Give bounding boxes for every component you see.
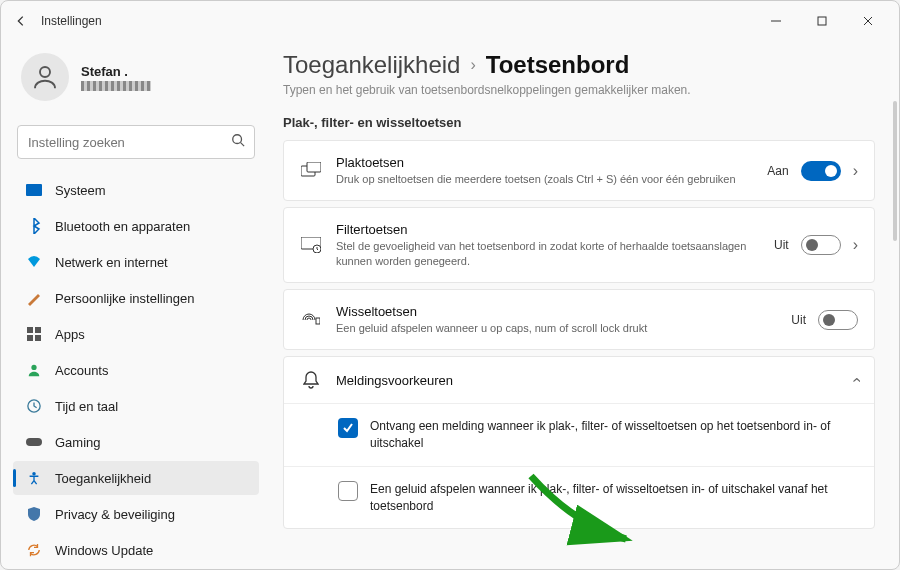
toggle-keys-icon [300, 312, 322, 328]
filter-keys-toggle[interactable] [801, 235, 841, 255]
sidebar-item-time[interactable]: Tijd en taal [13, 389, 259, 423]
filter-keys-sub: Stel de gevoeligheid van het toetsenbord… [336, 239, 760, 268]
pref-notify-row: Ontvang een melding wanneer ik plak-, fi… [284, 403, 874, 466]
profile-email-redacted [81, 81, 151, 91]
accounts-icon [25, 361, 43, 379]
maximize-button[interactable] [799, 5, 845, 37]
page-description-truncated: Typen en het gebruik van toetsenbordsnel… [283, 83, 875, 97]
pref-notify-label: Ontvang een melding wanneer ik plak-, fi… [370, 418, 858, 452]
bluetooth-icon [25, 217, 43, 235]
chevron-right-icon: › [853, 162, 858, 180]
svg-rect-9 [35, 335, 41, 341]
sidebar-item-personalization[interactable]: Persoonlijke instellingen [13, 281, 259, 315]
search-icon [231, 133, 245, 151]
privacy-icon [25, 505, 43, 523]
scrollbar[interactable] [893, 101, 897, 241]
update-icon [25, 541, 43, 559]
breadcrumb-parent[interactable]: Toegankelijkheid [283, 51, 460, 79]
pref-notify-checkbox[interactable] [338, 418, 358, 438]
sticky-keys-icon [300, 162, 322, 180]
arrow-left-icon [14, 14, 28, 28]
chevron-right-icon: › [853, 236, 858, 254]
filter-keys-title: Filtertoetsen [336, 222, 760, 237]
search-box [17, 125, 255, 159]
sidebar-item-bluetooth[interactable]: Bluetooth en apparaten [13, 209, 259, 243]
svg-point-13 [32, 472, 36, 476]
pref-sound-checkbox[interactable] [338, 481, 358, 501]
sidebar-item-system[interactable]: Systeem [13, 173, 259, 207]
toggle-keys-toggle[interactable] [818, 310, 858, 330]
window-title: Instellingen [41, 14, 102, 28]
sidebar-item-update[interactable]: Windows Update [13, 533, 259, 567]
gaming-icon [25, 433, 43, 451]
svg-rect-1 [818, 17, 826, 25]
check-icon [342, 422, 354, 434]
svg-point-3 [233, 135, 242, 144]
page-title: Toetsenbord [486, 51, 630, 79]
pref-sound-row: Een geluid afspelen wanneer ik plak-, fi… [284, 466, 874, 529]
sidebar-item-accessibility[interactable]: Toegankelijkheid [13, 461, 259, 495]
sticky-keys-state: Aan [767, 164, 788, 178]
toggle-keys-sub: Een geluid afspelen wanneer u op caps, n… [336, 321, 777, 335]
chevron-up-icon: › [846, 378, 864, 383]
sticky-keys-toggle[interactable] [801, 161, 841, 181]
sidebar-item-privacy[interactable]: Privacy & beveiliging [13, 497, 259, 531]
toggle-keys-title: Wisseltoetsen [336, 304, 777, 319]
main-panel: Toegankelijkheid › Toetsenbord Typen en … [271, 41, 899, 569]
avatar [21, 53, 69, 101]
notification-prefs-title: Meldingsvoorkeuren [336, 373, 839, 388]
svg-rect-5 [26, 184, 42, 196]
bell-icon [300, 371, 322, 389]
profile-name: Stefan . [81, 64, 151, 79]
section-title: Plak-, filter- en wisseltoetsen [283, 115, 875, 130]
back-button[interactable] [9, 9, 33, 33]
settings-window: Instellingen Stefan . [0, 0, 900, 570]
sidebar-item-network[interactable]: Netwerk en internet [13, 245, 259, 279]
filter-keys-icon [300, 237, 322, 253]
nav: Systeem Bluetooth en apparaten Netwerk e… [13, 173, 259, 567]
sidebar-item-apps[interactable]: Apps [13, 317, 259, 351]
accessibility-icon [25, 469, 43, 487]
filter-keys-state: Uit [774, 238, 789, 252]
user-icon [30, 62, 60, 92]
notification-prefs-card: Meldingsvoorkeuren › Ontvang een melding… [283, 356, 875, 529]
sticky-keys-title: Plaktoetsen [336, 155, 753, 170]
svg-point-2 [40, 67, 50, 77]
svg-line-4 [241, 143, 245, 147]
search-input[interactable] [17, 125, 255, 159]
svg-rect-18 [316, 318, 320, 324]
toggle-keys-state: Uit [791, 313, 806, 327]
svg-rect-8 [27, 335, 33, 341]
sticky-keys-sub: Druk op sneltoetsen die meerdere toetsen… [336, 172, 753, 186]
svg-rect-15 [307, 162, 321, 172]
sidebar-item-accounts[interactable]: Accounts [13, 353, 259, 387]
svg-point-10 [31, 365, 36, 370]
sidebar-item-gaming[interactable]: Gaming [13, 425, 259, 459]
titlebar: Instellingen [1, 1, 899, 41]
chevron-right-icon: › [470, 56, 475, 74]
personalization-icon [25, 289, 43, 307]
apps-icon [25, 325, 43, 343]
system-icon [25, 181, 43, 199]
breadcrumb: Toegankelijkheid › Toetsenbord [283, 51, 875, 79]
svg-rect-6 [27, 327, 33, 333]
profile-block[interactable]: Stefan . [13, 45, 259, 117]
pref-sound-label: Een geluid afspelen wanneer ik plak-, fi… [370, 481, 858, 515]
svg-rect-12 [26, 438, 42, 446]
notification-prefs-header[interactable]: Meldingsvoorkeuren › [284, 357, 874, 403]
time-icon [25, 397, 43, 415]
filter-keys-card[interactable]: Filtertoetsen Stel de gevoeligheid van h… [283, 207, 875, 283]
sticky-keys-card[interactable]: Plaktoetsen Druk op sneltoetsen die meer… [283, 140, 875, 201]
network-icon [25, 253, 43, 271]
close-button[interactable] [845, 5, 891, 37]
svg-rect-7 [35, 327, 41, 333]
toggle-keys-card[interactable]: Wisseltoetsen Een geluid afspelen wannee… [283, 289, 875, 350]
minimize-button[interactable] [753, 5, 799, 37]
sidebar: Stefan . Systeem Bluetooth en apparaten … [1, 41, 271, 569]
